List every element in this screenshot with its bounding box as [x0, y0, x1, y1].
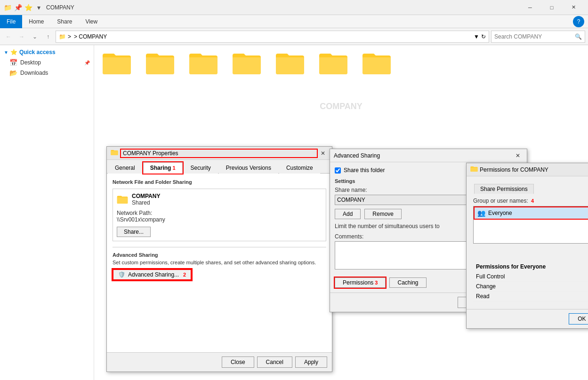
folder-icon-6 [318, 51, 348, 75]
caching-btn[interactable]: Caching [389, 277, 426, 288]
perm-folder-icon [470, 166, 478, 174]
share-folder-checkbox[interactable] [335, 167, 341, 174]
props-close-btn[interactable]: ✕ [318, 148, 328, 158]
props-close-bottom-btn[interactable]: Close [222, 356, 254, 368]
title-bar: 📁 📌 ⭐ ▾ COMPANY ─ □ ✕ [0, 0, 588, 15]
path-separator: > [68, 33, 71, 40]
up-btn[interactable]: ↑ [42, 31, 54, 42]
back-btn[interactable]: ← [3, 31, 14, 42]
star-sidebar-icon: ⭐ [10, 49, 17, 55]
adv-add-btn[interactable]: Add [335, 209, 361, 219]
window-title: COMPANY [46, 4, 519, 11]
quick-access-header[interactable]: ▼ ⭐ Quick access [0, 47, 94, 57]
title-bar-icons: 📁 📌 ⭐ ▾ [4, 4, 42, 11]
sidebar-item-downloads[interactable]: 📂 Downloads [0, 68, 94, 78]
tab-general[interactable]: General [108, 162, 142, 174]
sidebar-section-quickaccess: ▼ ⭐ Quick access 📅 Desktop 📌 📂 Downloads [0, 47, 94, 78]
perm-name-fullcontrol: Full Control [473, 272, 588, 282]
search-input[interactable] [494, 33, 573, 40]
quick-access-label: Quick access [19, 49, 56, 55]
folder-item-3[interactable] [185, 49, 222, 77]
folder-icon-2 [145, 51, 175, 75]
props-title: COMPANY Properties [120, 149, 318, 158]
adv-desc: Set custom permissions, create multiple … [113, 260, 326, 265]
props-bottom-btns: Close Cancel Apply [107, 352, 332, 372]
folder-item-1[interactable] [98, 49, 136, 77]
folder-icon-sharing [117, 195, 128, 204]
adv-section-label: Advanced Sharing [113, 252, 326, 258]
maximize-btn[interactable]: □ [541, 0, 563, 15]
sharing-folder-box: COMPANY Shared Network Path: \\Srv001x\c… [113, 189, 326, 241]
forward-btn[interactable]: → [16, 31, 27, 42]
perm-name-read: Read [473, 292, 588, 301]
perm-bottom-btns: OK Cancel Apply [467, 309, 588, 328]
permissions-dialog: Permissions for COMPANY ✕ Share Permissi… [466, 163, 588, 329]
minimize-btn[interactable]: ─ [519, 0, 541, 15]
adv-close-btn[interactable]: ✕ [513, 150, 523, 161]
share-btn[interactable]: Share... [117, 227, 151, 237]
network-sharing-label: Network File and Folder Sharing [113, 179, 326, 185]
down-arrow-icon: ▾ [35, 4, 42, 11]
chevron-icon: ▼ [4, 50, 8, 55]
adv-title: Advanced Sharing [334, 152, 513, 159]
perm-title: Permissions for COMPANY [480, 166, 588, 173]
folder-item-7[interactable] [358, 49, 395, 77]
menu-view[interactable]: View [79, 15, 104, 28]
menu-file[interactable]: File [0, 15, 22, 28]
downloads-icon: 📂 [9, 69, 17, 77]
address-path[interactable]: 📁 > > COMPANY ▼ ↻ [56, 31, 489, 43]
folder-item-2[interactable] [141, 49, 179, 77]
tab-previous-versions[interactable]: Previous Versions [219, 162, 278, 174]
folder-item-5[interactable] [271, 49, 309, 77]
share-perms-tab: Share Permissions [474, 184, 534, 194]
folder-icon-1 [102, 51, 132, 75]
folder-row: COMPANY Shared [117, 193, 322, 206]
pin-icon: 📌 [14, 4, 22, 11]
divider [113, 247, 326, 247]
badge2: 2 [183, 272, 186, 277]
recent-btn[interactable]: ⌄ [29, 31, 40, 42]
help-btn[interactable]: ? [573, 16, 584, 27]
menu-bar: File Home Share View ? [0, 15, 588, 28]
sharing-folder-name: COMPANY [132, 193, 160, 199]
window-controls: ─ □ ✕ [519, 0, 584, 15]
group-item-everyone[interactable]: 👥 Everyone [474, 206, 588, 220]
tab-sharing[interactable]: Sharing1 [143, 162, 183, 174]
menu-share[interactable]: Share [50, 15, 79, 28]
company-bg-label: COMPANY [320, 102, 362, 111]
desktop-icon: 📅 [9, 59, 17, 66]
props-apply-btn[interactable]: Apply [295, 356, 327, 368]
address-bar: ← → ⌄ ↑ 📁 > > COMPANY ▼ ↻ 🔍 [0, 28, 588, 45]
folder-icon-5 [275, 51, 305, 75]
sidebar-item-desktop[interactable]: 📅 Desktop 📌 [0, 57, 94, 68]
props-titlebar: COMPANY Properties ✕ [107, 147, 332, 160]
folder-icon-3 [188, 51, 218, 75]
folder-icon-7 [362, 51, 392, 75]
permissions-btn[interactable]: Permissions3 [335, 277, 386, 288]
props-cancel-btn[interactable]: Cancel [257, 356, 292, 368]
close-btn[interactable]: ✕ [563, 0, 584, 15]
sidebar-label-desktop: Desktop [20, 59, 41, 66]
pin-icon-desktop: 📌 [84, 60, 90, 65]
folder-icon-small: 📁 [59, 33, 66, 40]
perm-content: Share Permissions Group or user names: 4… [467, 176, 588, 309]
perm-ok-btn[interactable]: OK [569, 313, 588, 325]
props-tab-content: Network File and Folder Sharing COMPANY … [107, 174, 332, 352]
folder-item-6[interactable] [314, 49, 352, 77]
tab-security[interactable]: Security [184, 162, 218, 174]
refresh-btn[interactable]: ↻ [481, 33, 486, 40]
tab-customize[interactable]: Customize [279, 162, 320, 174]
adv-remove-btn[interactable]: Remove [364, 209, 402, 219]
advanced-sharing-btn[interactable]: 🛡️ Advanced Sharing... 2 [113, 269, 192, 280]
window-icon: 📁 [4, 4, 11, 11]
users-icon: 👥 [477, 209, 485, 217]
menu-home[interactable]: Home [22, 15, 50, 28]
perm-col-name: Permissions for Everyone [473, 261, 588, 272]
main-layout: ▼ ⭐ Quick access 📅 Desktop 📌 📂 Downloads [0, 45, 588, 380]
perm-table: Permissions for Everyone Allow 5 Den [473, 261, 588, 301]
path-dropdown[interactable]: ▼ [474, 33, 479, 40]
content-area: COMPANY COMPANY Properties ✕ General Sha… [94, 45, 588, 380]
star-icon: ⭐ [24, 4, 32, 11]
folder-item-4[interactable] [228, 49, 266, 77]
group-label: Group or user names: 4 [473, 198, 588, 204]
